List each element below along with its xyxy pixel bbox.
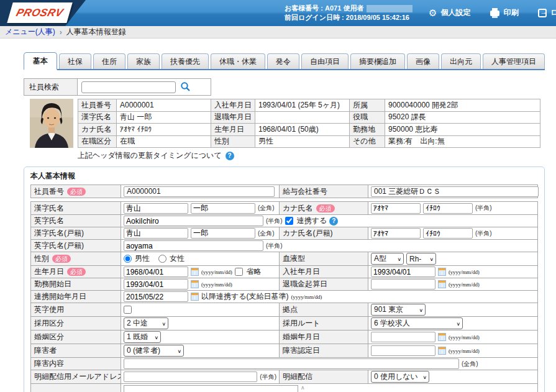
calendar-icon[interactable]: [438, 333, 446, 341]
work-start-date-input[interactable]: [124, 279, 188, 289]
help-icon[interactable]: ?: [329, 217, 338, 226]
mail-delivery-select[interactable]: 0 使用しない∨: [371, 371, 429, 383]
employee-search-bar: 社員検索: [24, 78, 211, 96]
tab-leave[interactable]: 休職・休業: [211, 53, 265, 69]
english-use-checkbox[interactable]: [124, 306, 132, 314]
field-value: 青山 一郎: [117, 111, 211, 124]
halfwidth-hint: (半角): [266, 217, 283, 226]
disability-select[interactable]: 0 (健常者)∨: [124, 345, 184, 357]
hire-route-select[interactable]: 6 学校求人∨: [371, 317, 463, 329]
tab-dependent-priority[interactable]: 扶養優先: [162, 53, 209, 69]
calendar-icon[interactable]: [191, 293, 199, 301]
redacted-username: [367, 5, 412, 12]
kanji-first-name-input[interactable]: [191, 203, 255, 214]
remarks-textarea[interactable]: [124, 385, 298, 392]
tab-secondment-source[interactable]: 出向元: [441, 53, 481, 69]
form-row-mail: 明細配信用メールアドレス (半角) 明細配信 0 使用しない∨: [31, 370, 537, 383]
tab-family[interactable]: 家族: [127, 53, 160, 69]
textarea-scrollbar[interactable]: ∧ ∨: [301, 385, 305, 392]
gender-male-option[interactable]: 男性: [124, 253, 150, 264]
koseki-kanji-first-input[interactable]: [191, 228, 255, 239]
logout-label: ログアウト: [550, 7, 556, 18]
form-row-hiretype-route: 採用区分 2 中途∨ 採用ルート 6 学校求人∨: [31, 316, 537, 330]
personal-settings-button[interactable]: ⚙ 個人設定: [429, 7, 470, 18]
form-row-birth-hire: 生年月日 必須 (yyyy/mm/dd) 省略 入社年月日 (yy: [31, 265, 537, 278]
help-icon[interactable]: ?: [226, 152, 234, 160]
employee-photo: [30, 99, 73, 148]
marriage-date-input[interactable]: [371, 332, 435, 342]
koseki-kana-last-input[interactable]: [371, 228, 421, 239]
birth-date-omit-checkbox[interactable]: [235, 268, 243, 276]
field-label-disability: 障害者: [31, 344, 121, 357]
blood-type-select[interactable]: A型∨: [371, 253, 404, 265]
hire-date-input[interactable]: [371, 267, 435, 277]
search-button[interactable]: [180, 81, 191, 93]
location-select[interactable]: 901 東京∨: [371, 304, 426, 316]
disability-detail-input[interactable]: [124, 358, 459, 369]
form-row-gender-blood: 性別 必須 男性 女性 血液型: [31, 252, 537, 265]
link-start-date-input[interactable]: [124, 291, 188, 302]
tab-image[interactable]: 画像: [407, 53, 439, 69]
scroll-up-icon[interactable]: ∧: [301, 385, 305, 391]
calendar-icon[interactable]: [191, 268, 199, 276]
form-row-koseki-name: 漢字氏名(戸籍) (全角) カナ氏名(戸籍) (半角): [31, 227, 537, 239]
koseki-kanji-last-input[interactable]: [124, 228, 188, 239]
date-format-hint: (yyyy/mm/dd): [291, 294, 322, 300]
tab-address[interactable]: 住所: [93, 53, 125, 69]
tab-free-items[interactable]: 自由項目: [301, 53, 349, 69]
field-label-employee-no: 社員番号 必須: [31, 185, 121, 198]
disability-date-input[interactable]: [371, 345, 435, 356]
tab-basic[interactable]: 基本: [24, 52, 57, 70]
hire-type-select[interactable]: 2 中途∨: [124, 317, 168, 329]
form-row-name: 漢字氏名 (全角) カナ氏名 必須 (半角): [31, 202, 537, 214]
chevron-down-icon: ∨: [154, 334, 158, 340]
koseki-english-name-input[interactable]: [124, 240, 263, 251]
calendar-icon[interactable]: [191, 280, 199, 288]
tab-summary-column[interactable]: 摘要欄追加: [350, 53, 405, 69]
link-checkbox[interactable]: [285, 217, 293, 225]
chevron-down-icon: ∨: [422, 374, 427, 380]
form-row-disability-detail: 障害内容 (全角): [31, 357, 537, 370]
tab-hr-management-items[interactable]: 人事管理項目: [483, 53, 545, 69]
calendar-icon[interactable]: [438, 347, 446, 355]
fullwidth-hint: (全角): [258, 204, 275, 212]
session-info: お客様番号 : A071 使用者 前回ログイン日時 : 2018/09/05 1…: [285, 4, 412, 22]
koseki-kana-first-input[interactable]: [423, 228, 473, 239]
breadcrumb-menu-link[interactable]: メニュー(人事): [5, 27, 55, 37]
date-format-hint: (yyyy/mm/dd): [449, 281, 480, 288]
calendar-icon[interactable]: [438, 280, 446, 288]
gender-female-radio[interactable]: [158, 255, 166, 263]
print-button[interactable]: 印刷: [490, 7, 518, 18]
english-name-input[interactable]: [124, 216, 263, 226]
field-value: 在職: [117, 135, 211, 148]
severance-base-date-input[interactable]: [371, 279, 435, 289]
kana-last-name-input[interactable]: [371, 203, 421, 214]
required-badge: 必須: [316, 204, 335, 212]
search-icon: [180, 81, 191, 92]
field-value: 95020 課長: [385, 111, 540, 124]
gender-male-radio[interactable]: [124, 255, 132, 263]
required-badge: 必須: [52, 255, 71, 263]
logout-button[interactable]: ログアウト: [538, 7, 556, 18]
table-row: 漢字氏名 青山 一郎 退職年月日 役職 95020 課長: [78, 111, 540, 124]
employee-summary: 社員番号 A0000001 入社年月日 1993/04/01 (25年 5ヶ月)…: [24, 99, 545, 148]
field-label: 役職: [350, 111, 385, 124]
logout-icon: [538, 9, 547, 17]
required-badge: 必須: [67, 188, 86, 196]
kanji-last-name-input[interactable]: [124, 203, 188, 214]
marriage-type-select[interactable]: 1 既婚∨: [124, 331, 161, 343]
calendar-icon[interactable]: [438, 268, 446, 276]
field-label-hire-date: 入社年月日: [279, 266, 368, 278]
birth-date-input[interactable]: [124, 267, 188, 277]
kana-first-name-input[interactable]: [423, 203, 473, 214]
blood-rh-select[interactable]: Rh-∨: [406, 253, 436, 265]
employee-search-input[interactable]: [81, 81, 176, 93]
form-group-main: 漢字氏名 (全角) カナ氏名 必須 (半角): [30, 201, 538, 392]
prosrv-logo[interactable]: PROSRV: [0, 0, 86, 26]
field-label-kana-name: カナ氏名 必須: [279, 202, 368, 214]
tab-appointment[interactable]: 発令: [267, 53, 299, 69]
gender-female-option[interactable]: 女性: [158, 253, 185, 264]
field-value: 業務:有 出向:無: [385, 135, 540, 148]
mail-address-input[interactable]: [124, 371, 257, 382]
tab-social-insurance[interactable]: 社保: [59, 53, 91, 69]
